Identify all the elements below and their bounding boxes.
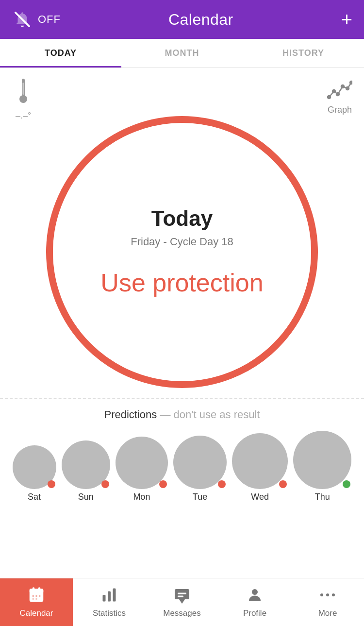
nav-statistics-label: Statistics	[93, 609, 126, 618]
bottom-nav: Calendar Statistics Messages	[0, 578, 364, 626]
svg-point-9	[328, 96, 331, 99]
nav-calendar-label: Calendar	[20, 609, 53, 618]
status-circle[interactable]: Today Friday - Cycle Day 18 Use protecti…	[46, 116, 318, 388]
predictions-section: Predictions — don't use as result SatSun…	[0, 408, 364, 502]
svg-point-8	[350, 81, 352, 84]
nav-profile[interactable]: Profile	[218, 578, 291, 626]
day-circle-wrap	[293, 431, 351, 489]
svg-rect-18	[35, 598, 38, 600]
status-circle-container: Today Friday - Cycle Day 18 Use protecti…	[12, 116, 352, 388]
svg-marker-23	[179, 599, 185, 604]
svg-rect-11	[30, 589, 43, 593]
predictions-header: Predictions — don't use as result	[10, 408, 354, 421]
tab-bar: TODAY MONTH HISTORY	[0, 39, 364, 68]
day-item-wed[interactable]: Wed	[232, 433, 288, 502]
svg-point-6	[341, 85, 344, 88]
svg-rect-19	[103, 595, 106, 602]
svg-rect-13	[39, 588, 40, 591]
svg-point-2	[19, 95, 27, 103]
day-item-sun[interactable]: Sun	[62, 440, 110, 502]
day-circle-wrap	[116, 437, 168, 489]
svg-rect-21	[113, 589, 116, 602]
day-circle-wrap	[173, 436, 227, 489]
section-divider	[0, 398, 364, 399]
svg-rect-15	[35, 595, 38, 597]
svg-rect-17	[32, 598, 34, 600]
tab-history[interactable]: HISTORY	[243, 39, 364, 68]
graph-button[interactable]: Graph	[327, 78, 352, 115]
off-label: OFF	[38, 13, 61, 26]
svg-rect-12	[33, 588, 34, 591]
day-circle-wrap	[13, 445, 56, 489]
svg-rect-25	[178, 596, 183, 597]
messages-icon	[173, 586, 191, 606]
nav-more-label: More	[318, 609, 337, 618]
notification-area[interactable]: OFF	[12, 9, 61, 30]
svg-point-7	[346, 87, 349, 90]
svg-point-4	[332, 90, 335, 93]
thermometer-icon	[12, 78, 35, 109]
day-dot	[279, 480, 287, 488]
nav-messages[interactable]: Messages	[146, 578, 218, 626]
bell-icon[interactable]	[12, 9, 33, 30]
day-label: Sat	[28, 492, 41, 502]
tab-today[interactable]: TODAY	[0, 39, 121, 68]
day-circle	[232, 433, 288, 489]
svg-rect-3	[23, 83, 24, 95]
svg-point-26	[252, 589, 258, 595]
day-label: Sun	[78, 492, 94, 502]
svg-rect-14	[32, 595, 34, 597]
cycle-day-label: Friday - Cycle Day 18	[131, 236, 233, 248]
day-dot	[218, 480, 226, 488]
svg-point-5	[336, 93, 339, 96]
thermometer-area: –.–°	[12, 78, 35, 121]
day-dot	[48, 480, 55, 488]
day-label: Mon	[133, 492, 150, 502]
nav-calendar[interactable]: Calendar	[0, 578, 73, 626]
svg-rect-24	[178, 593, 186, 594]
add-button[interactable]: +	[341, 10, 352, 29]
predictions-disclaimer: — don't use as result	[160, 408, 260, 421]
day-circle	[293, 431, 351, 489]
day-circle-wrap	[62, 440, 110, 489]
nav-profile-label: Profile	[243, 609, 266, 618]
page-title: Calendar	[168, 11, 233, 29]
thermo-row: –.–° Graph	[12, 78, 352, 121]
day-label: Tue	[193, 492, 207, 502]
calendar-icon	[28, 586, 45, 606]
profile-icon	[246, 586, 264, 606]
svg-point-28	[326, 593, 329, 596]
day-dot	[159, 480, 167, 488]
main-content: –.–° Graph Today Friday - Cycle Day 18 U…	[0, 68, 364, 388]
graph-label: Graph	[328, 105, 352, 115]
day-circle-wrap	[232, 433, 288, 489]
nav-more[interactable]: More	[291, 578, 364, 626]
top-bar: OFF Calendar +	[0, 0, 364, 39]
day-label: Thu	[315, 492, 330, 502]
day-item-sat[interactable]: Sat	[13, 445, 56, 502]
today-label: Today	[151, 206, 213, 231]
temperature-value: –.–°	[16, 111, 31, 121]
svg-rect-16	[39, 595, 41, 597]
day-item-mon[interactable]: Mon	[116, 437, 168, 502]
days-row: SatSunMonTueWedThu	[10, 431, 354, 502]
svg-point-29	[332, 593, 335, 596]
cycle-status: Use protection	[100, 268, 263, 298]
svg-point-27	[320, 593, 323, 596]
day-label: Wed	[251, 492, 269, 502]
nav-messages-label: Messages	[163, 609, 200, 618]
statistics-icon	[100, 586, 118, 606]
svg-rect-20	[108, 592, 111, 602]
day-item-thu[interactable]: Thu	[293, 431, 351, 502]
tab-month[interactable]: MONTH	[121, 39, 243, 68]
more-icon	[319, 586, 336, 606]
day-dot	[101, 480, 109, 488]
nav-statistics[interactable]: Statistics	[73, 578, 146, 626]
day-dot	[343, 480, 350, 488]
day-item-tue[interactable]: Tue	[173, 436, 227, 502]
